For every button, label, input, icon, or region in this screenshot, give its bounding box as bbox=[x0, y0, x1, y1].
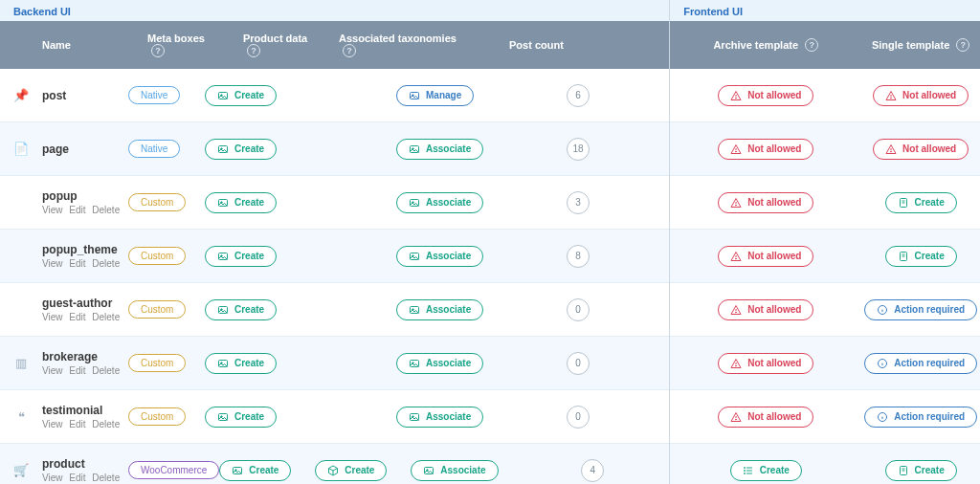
svg-point-70 bbox=[744, 470, 745, 471]
post-count[interactable]: 0 bbox=[567, 352, 590, 375]
type-badge-native: Native bbox=[128, 86, 180, 104]
associate-taxonomy-button[interactable]: Associate bbox=[396, 353, 483, 374]
help-icon[interactable]: ? bbox=[343, 44, 356, 57]
svg-point-52 bbox=[736, 312, 737, 313]
view-link[interactable]: View bbox=[42, 312, 63, 322]
svg-point-57 bbox=[736, 365, 737, 366]
not-allowed-button[interactable]: Not allowed bbox=[718, 353, 813, 374]
type-badge-native: Native bbox=[128, 140, 180, 158]
table-row: Create Create bbox=[670, 444, 980, 484]
associate-taxonomy-button[interactable]: Associate bbox=[396, 246, 483, 267]
help-icon[interactable]: ? bbox=[956, 38, 969, 52]
svg-point-62 bbox=[736, 419, 737, 420]
row-type-icon: 🛒 bbox=[13, 463, 29, 477]
table-row: Not allowed Action required bbox=[670, 283, 980, 337]
table-row: Not allowed Not allowed bbox=[670, 69, 980, 122]
delete-link[interactable]: Delete bbox=[92, 205, 120, 215]
not-allowed-button[interactable]: Not allowed bbox=[718, 85, 813, 106]
create-metabox-button[interactable]: Create bbox=[205, 246, 277, 267]
delete-link[interactable]: Delete bbox=[92, 258, 120, 269]
not-allowed-button[interactable]: Not allowed bbox=[873, 85, 969, 106]
delete-link[interactable]: Delete bbox=[92, 473, 120, 483]
frontend-section-title: Frontend UI bbox=[670, 0, 980, 21]
row-type-icon: ❝ bbox=[18, 409, 25, 424]
manage-taxonomy-button[interactable]: Manage bbox=[396, 85, 474, 106]
create-product-data-button[interactable]: Create bbox=[315, 460, 387, 481]
view-link[interactable]: View bbox=[42, 419, 63, 429]
svg-point-47 bbox=[736, 258, 737, 259]
view-link[interactable]: View bbox=[42, 473, 63, 483]
type-badge-woo: WooCommerce bbox=[128, 461, 219, 479]
create-metabox-button[interactable]: Create bbox=[205, 407, 277, 428]
action-required-button[interactable]: Action required bbox=[864, 353, 977, 374]
post-count[interactable]: 18 bbox=[567, 138, 590, 161]
edit-link[interactable]: Edit bbox=[69, 258, 85, 269]
type-badge-custom: Custom bbox=[128, 407, 186, 426]
associate-taxonomy-button[interactable]: Associate bbox=[396, 139, 483, 160]
help-icon[interactable]: ? bbox=[805, 38, 818, 52]
create-metabox-button[interactable]: Create bbox=[205, 192, 277, 213]
header-single: Single template ? bbox=[861, 38, 980, 52]
table-row: ❝ testimonial View Edit Delete Custom Cr… bbox=[0, 390, 669, 444]
frontend-header-row: Archive template ? Single template ? bbox=[670, 21, 980, 69]
svg-point-40 bbox=[891, 151, 892, 152]
associate-taxonomy-button[interactable]: Associate bbox=[396, 299, 483, 320]
post-count[interactable]: 0 bbox=[567, 406, 590, 429]
svg-point-42 bbox=[736, 205, 737, 206]
post-count[interactable]: 8 bbox=[567, 245, 590, 268]
create-template-button[interactable]: Create bbox=[885, 246, 957, 267]
delete-link[interactable]: Delete bbox=[92, 312, 120, 322]
view-link[interactable]: View bbox=[42, 205, 63, 215]
table-row: Not allowed Action required bbox=[670, 337, 980, 390]
table-row: Not allowed Not allowed bbox=[670, 122, 980, 176]
not-allowed-button[interactable]: Not allowed bbox=[718, 299, 813, 320]
create-archive-button[interactable]: Create bbox=[730, 460, 802, 481]
not-allowed-button[interactable]: Not allowed bbox=[718, 246, 813, 267]
create-metabox-button[interactable]: Create bbox=[205, 85, 277, 106]
associate-taxonomy-button[interactable]: Associate bbox=[396, 192, 483, 213]
action-required-button[interactable]: Action required bbox=[864, 407, 977, 428]
type-badge-custom: Custom bbox=[128, 300, 186, 319]
create-metabox-button[interactable]: Create bbox=[205, 299, 277, 320]
not-allowed-button[interactable]: Not allowed bbox=[718, 407, 813, 428]
delete-link[interactable]: Delete bbox=[92, 419, 120, 429]
post-count[interactable]: 6 bbox=[567, 84, 590, 107]
table-row: 📌 post Native Create Manage 6 bbox=[0, 69, 669, 122]
help-icon[interactable]: ? bbox=[151, 44, 165, 57]
not-allowed-button[interactable]: Not allowed bbox=[873, 139, 969, 160]
create-metabox-button[interactable]: Create bbox=[205, 139, 277, 160]
create-template-button[interactable]: Create bbox=[885, 192, 957, 213]
row-type-icon: ▥ bbox=[15, 356, 27, 370]
post-count[interactable]: 4 bbox=[581, 459, 604, 482]
table-row: 🛒 product View Edit Delete WooCommerce C… bbox=[0, 444, 669, 484]
delete-link[interactable]: Delete bbox=[92, 365, 120, 376]
table-row: Not allowed Action required bbox=[670, 390, 980, 444]
action-required-button[interactable]: Action required bbox=[864, 299, 977, 320]
not-allowed-button[interactable]: Not allowed bbox=[718, 192, 813, 213]
create-template-button[interactable]: Create bbox=[885, 460, 957, 481]
backend-section-title: Backend UI bbox=[0, 0, 669, 21]
edit-link[interactable]: Edit bbox=[69, 473, 85, 483]
edit-link[interactable]: Edit bbox=[69, 365, 85, 376]
header-name: Name bbox=[42, 39, 147, 51]
table-row: popup View Edit Delete Custom Create Ass… bbox=[0, 176, 669, 230]
backend-header-row: Name Meta boxes? Product data? Associate… bbox=[0, 21, 669, 69]
table-row: Not allowed Create bbox=[670, 230, 980, 283]
associate-taxonomy-button[interactable]: Associate bbox=[411, 460, 498, 481]
not-allowed-button[interactable]: Not allowed bbox=[718, 139, 813, 160]
post-count[interactable]: 3 bbox=[567, 191, 590, 214]
create-metabox-button[interactable]: Create bbox=[219, 460, 291, 481]
view-link[interactable]: View bbox=[42, 258, 63, 269]
type-badge-custom: Custom bbox=[128, 193, 186, 211]
create-metabox-button[interactable]: Create bbox=[205, 353, 277, 374]
type-badge-custom: Custom bbox=[128, 354, 186, 372]
help-icon[interactable]: ? bbox=[247, 44, 260, 57]
edit-link[interactable]: Edit bbox=[69, 205, 85, 215]
view-link[interactable]: View bbox=[42, 365, 63, 376]
edit-link[interactable]: Edit bbox=[69, 312, 85, 322]
svg-point-71 bbox=[744, 473, 745, 473]
edit-link[interactable]: Edit bbox=[69, 419, 85, 429]
associate-taxonomy-button[interactable]: Associate bbox=[396, 407, 483, 428]
post-count[interactable]: 0 bbox=[567, 298, 590, 321]
svg-point-38 bbox=[736, 151, 737, 152]
